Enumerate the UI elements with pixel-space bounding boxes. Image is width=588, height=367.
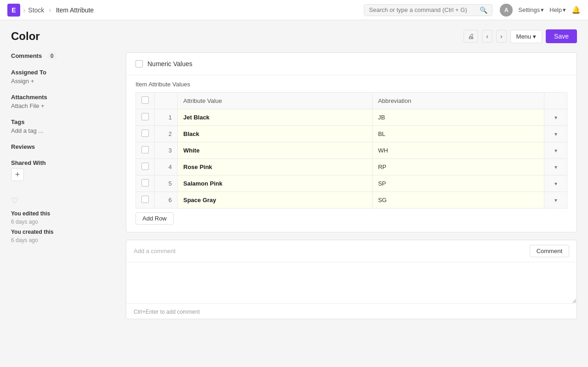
search-bar[interactable]: 🔍 <box>364 4 492 16</box>
col-header-num <box>155 93 178 109</box>
chevron-down-icon: ▾ <box>563 6 566 13</box>
row-num-1: 1 <box>155 109 178 126</box>
numeric-values-label: Numeric Values <box>147 60 192 68</box>
row-checkbox-cell <box>136 192 155 209</box>
comment-card: Add a comment Comment Ctrl+Enter to add … <box>126 240 577 319</box>
row-value-6[interactable]: Space Gray <box>178 192 373 209</box>
created-time: 6 days ago <box>11 237 38 243</box>
assigned-to-label: Assigned To <box>11 69 115 76</box>
breadcrumb: Stock › Item Attribute <box>28 6 94 14</box>
attribute-values-section: Item Attribute Values Attribute Value Ab… <box>126 75 577 232</box>
row-num-4: 4 <box>155 159 178 175</box>
row-abbreviation-2[interactable]: BL <box>372 126 544 142</box>
comment-button[interactable]: Comment <box>530 245 569 257</box>
comments-count: 0 <box>47 52 57 60</box>
row-checkbox-cell <box>136 126 155 142</box>
print-button[interactable]: 🖨 <box>464 30 478 43</box>
row-checkbox-5[interactable] <box>141 179 149 186</box>
row-dropdown-icon-3[interactable]: ▾ <box>554 147 557 154</box>
row-checkbox-2[interactable] <box>141 130 149 137</box>
row-dropdown-icon-5[interactable]: ▾ <box>554 181 557 187</box>
activity-you-created: You created this <box>11 229 53 235</box>
app-logo[interactable]: E <box>7 4 20 17</box>
row-value-5[interactable]: Salamon Pink <box>178 175 373 192</box>
table-row: 4 Rose Pink RP ▾ <box>136 159 567 175</box>
table-row: 2 Black BL ▾ <box>136 126 567 142</box>
row-abbreviation-3[interactable]: WH <box>372 142 544 159</box>
row-action-5[interactable]: ▾ <box>544 175 567 192</box>
table-row: 3 White WH ▾ <box>136 142 567 159</box>
chevron-down-icon: ▾ <box>533 33 536 40</box>
row-dropdown-icon-4[interactable]: ▾ <box>554 164 557 170</box>
reviews-section: Reviews <box>11 143 115 150</box>
breadcrumb-sep-2: › <box>49 6 51 14</box>
avatar[interactable]: A <box>500 4 513 17</box>
breadcrumb-item-attribute: Item Attribute <box>56 6 94 14</box>
settings-menu[interactable]: Settings ▾ <box>518 6 544 13</box>
row-checkbox-cell <box>136 142 155 159</box>
menu-button[interactable]: Menu ▾ <box>510 30 543 43</box>
comments-label: Comments 0 <box>11 52 115 60</box>
row-value-2[interactable]: Black <box>178 126 373 142</box>
row-value-4[interactable]: Rose Pink <box>178 159 373 175</box>
row-abbreviation-6[interactable]: SG <box>372 192 544 209</box>
row-abbreviation-1[interactable]: JB <box>372 109 544 126</box>
main-wrapper: Color 🖨 ‹ › Menu ▾ Save Comments 0 Assig… <box>0 20 588 367</box>
table-row: 5 Salamon Pink SP ▾ <box>136 175 567 192</box>
row-action-4[interactable]: ▾ <box>544 159 567 175</box>
assign-action[interactable]: Assign + <box>11 78 115 85</box>
save-button[interactable]: Save <box>546 29 577 43</box>
col-header-abbreviation: Abbreviation <box>372 93 544 109</box>
row-dropdown-icon-6[interactable]: ▾ <box>554 197 557 203</box>
content-row: Comments 0 Assigned To Assign + Attachme… <box>11 52 577 358</box>
activity-you-edited: You edited this <box>11 210 50 217</box>
row-checkbox-4[interactable] <box>141 163 149 170</box>
page-actions: 🖨 ‹ › Menu ▾ Save <box>464 29 577 43</box>
numeric-values-checkbox[interactable] <box>136 60 143 68</box>
breadcrumb-stock[interactable]: Stock <box>28 6 44 14</box>
row-dropdown-icon-1[interactable]: ▾ <box>554 114 557 121</box>
select-all-checkbox[interactable] <box>141 96 149 104</box>
attach-file-action[interactable]: Attach File + <box>11 102 115 109</box>
prev-button[interactable]: ‹ <box>482 30 492 43</box>
created-activity: You created this 6 days ago <box>11 228 115 244</box>
row-abbreviation-4[interactable]: RP <box>372 159 544 175</box>
topnav-right-section: A Settings ▾ Help ▾ 🔔 <box>500 4 581 17</box>
row-value-1[interactable]: Jet Black <box>178 109 373 126</box>
notifications-bell-icon[interactable]: 🔔 <box>571 6 581 14</box>
row-action-2[interactable]: ▾ <box>544 126 567 142</box>
row-num-6: 6 <box>155 192 178 209</box>
tags-section: Tags Add a tag ... <box>11 119 115 134</box>
sidebar: Comments 0 Assigned To Assign + Attachme… <box>11 52 126 358</box>
top-navigation: E › Stock › Item Attribute 🔍 A Settings … <box>0 0 588 20</box>
attribute-values-table: Attribute Value Abbreviation 1 Jet Black… <box>136 92 567 209</box>
breadcrumb-sep-1: › <box>23 6 25 14</box>
comment-textarea[interactable] <box>126 262 577 304</box>
row-abbreviation-5[interactable]: SP <box>372 175 544 192</box>
row-checkbox-1[interactable] <box>141 113 149 120</box>
comment-shortcut-hint: Ctrl+Enter to add comment <box>126 305 577 319</box>
add-shared-with-button[interactable]: + <box>11 168 24 181</box>
chevron-down-icon: ▾ <box>541 6 544 13</box>
row-value-3[interactable]: White <box>178 142 373 159</box>
add-row-button[interactable]: Add Row <box>136 212 174 225</box>
activity-section: ♡ You edited this 6 days ago You created… <box>11 196 115 244</box>
row-checkbox-cell <box>136 159 155 175</box>
search-input[interactable] <box>369 6 480 13</box>
row-checkbox-6[interactable] <box>141 196 149 203</box>
comment-header: Add a comment Comment <box>126 240 577 262</box>
row-action-1[interactable]: ▾ <box>544 109 567 126</box>
row-checkbox-3[interactable] <box>141 146 149 153</box>
heart-icon: ♡ <box>11 196 115 206</box>
add-tag-action[interactable]: Add a tag ... <box>11 127 115 134</box>
next-button[interactable]: › <box>496 30 507 43</box>
numeric-values-row: Numeric Values <box>126 53 577 75</box>
row-action-3[interactable]: ▾ <box>544 142 567 159</box>
row-dropdown-icon-2[interactable]: ▾ <box>554 131 557 137</box>
attachments-label: Attachments <box>11 94 115 101</box>
row-num-5: 5 <box>155 175 178 192</box>
shared-with-section: Shared With + <box>11 159 115 181</box>
row-action-6[interactable]: ▾ <box>544 192 567 209</box>
shared-with-label: Shared With <box>11 159 115 166</box>
help-menu[interactable]: Help ▾ <box>549 6 566 13</box>
